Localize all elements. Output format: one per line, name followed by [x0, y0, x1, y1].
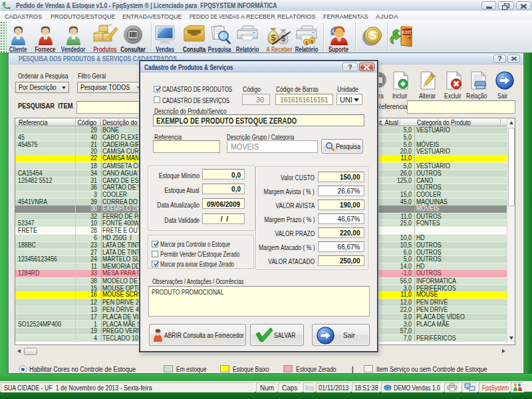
svg-text:$: $: [311, 39, 313, 45]
svg-text:$: $: [305, 41, 308, 46]
svg-text:EXIT: EXIT: [402, 30, 412, 35]
svg-text:S: S: [370, 30, 377, 41]
svg-text:$: $: [271, 33, 276, 43]
